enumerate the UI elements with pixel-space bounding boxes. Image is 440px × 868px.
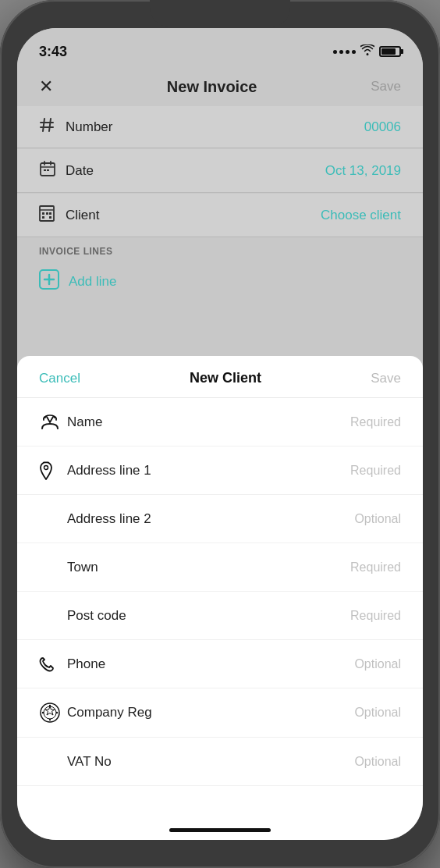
new-client-sheet: Cancel New Client Save Name Required <box>17 356 423 840</box>
vat-value: Optional <box>354 755 401 769</box>
svg-rect-9 <box>47 169 49 171</box>
svg-rect-16 <box>49 216 51 219</box>
invoice-save-button[interactable]: Save <box>371 79 401 94</box>
svg-point-25 <box>42 712 44 713</box>
company-reg-value: Optional <box>354 706 401 720</box>
add-box-icon <box>39 269 59 294</box>
sheet-save-button[interactable]: Save <box>371 371 401 386</box>
calendar-icon <box>39 160 66 181</box>
town-label: Town <box>67 560 350 575</box>
status-bar: 3:43 <box>17 28 423 67</box>
phone-label: Phone <box>67 656 354 672</box>
name-label: Name <box>67 414 350 430</box>
invoice-lines-header: Invoice Lines <box>17 238 423 260</box>
status-icons <box>333 44 401 59</box>
building-icon <box>39 205 66 226</box>
date-label: Date <box>66 163 325 179</box>
town-value: Required <box>350 560 401 575</box>
name-value: Required <box>350 415 401 429</box>
address2-value: Optional <box>354 512 401 526</box>
number-label: Number <box>66 119 364 135</box>
postcode-label: Post code <box>67 608 350 624</box>
svg-rect-12 <box>42 212 44 215</box>
svg-rect-15 <box>42 216 44 219</box>
add-line-row[interactable]: Add line <box>17 260 423 304</box>
invoice-row-client[interactable]: Client Choose client <box>17 194 423 237</box>
address1-value: Required <box>350 464 401 478</box>
field-vat[interactable]: VAT No Optional <box>17 738 423 786</box>
svg-line-1 <box>49 119 51 131</box>
phone-icon <box>39 656 67 672</box>
invoice-row-date[interactable]: Date Oct 13, 2019 <box>17 149 423 193</box>
field-phone[interactable]: Phone Optional <box>17 640 423 688</box>
invoice-title: New Invoice <box>167 78 257 96</box>
invoice-row-number[interactable]: Number 00006 <box>17 106 423 148</box>
postcode-value: Required <box>350 609 401 623</box>
sheet-header: Cancel New Client Save <box>17 356 423 398</box>
svg-point-24 <box>49 719 51 720</box>
field-town[interactable]: Town Required <box>17 543 423 592</box>
client-label: Client <box>66 208 321 223</box>
vat-label: VAT No <box>67 754 354 770</box>
wifi-icon <box>360 44 374 59</box>
phone-value: Optional <box>354 657 401 671</box>
field-postcode[interactable]: Post code Required <box>17 592 423 640</box>
svg-rect-8 <box>44 169 46 171</box>
client-value: Choose client <box>321 208 401 223</box>
number-value: 00006 <box>364 119 401 135</box>
svg-point-20 <box>44 465 48 469</box>
invoice-rows: Number 00006 Date Oct 13, 2019 <box>17 106 423 237</box>
pin-icon <box>39 461 67 480</box>
home-indicator <box>169 828 271 832</box>
screen: 3:43 ✕ N <box>17 28 423 840</box>
company-icon <box>39 702 67 724</box>
add-line-label: Add line <box>69 274 116 290</box>
notch <box>150 0 290 27</box>
phone-frame: 3:43 ✕ N <box>0 0 440 868</box>
svg-point-26 <box>56 712 58 713</box>
svg-point-23 <box>49 705 51 706</box>
address1-label: Address line 1 <box>67 463 350 478</box>
company-reg-label: Company Reg <box>67 705 354 720</box>
field-address1[interactable]: Address line 1 Required <box>17 446 423 495</box>
invoice-header: ✕ New Invoice Save <box>17 67 423 106</box>
name-icon <box>39 414 67 430</box>
hash-icon <box>39 117 66 137</box>
svg-line-0 <box>43 119 44 131</box>
signal-icon <box>333 50 356 54</box>
sheet-title: New Client <box>190 370 261 386</box>
field-company-reg[interactable]: Company Reg Optional <box>17 688 423 738</box>
battery-icon <box>379 46 401 57</box>
close-button[interactable]: ✕ <box>39 76 53 97</box>
sheet-fields: Name Required Address line 1 Required <box>17 398 423 832</box>
svg-rect-14 <box>49 212 51 215</box>
cancel-button[interactable]: Cancel <box>39 371 80 386</box>
field-address2[interactable]: Address line 2 Optional <box>17 495 423 543</box>
status-time: 3:43 <box>39 44 67 60</box>
date-value: Oct 13, 2019 <box>325 163 401 179</box>
svg-rect-13 <box>46 212 48 215</box>
address2-label: Address line 2 <box>67 511 354 527</box>
field-name[interactable]: Name Required <box>17 398 423 446</box>
